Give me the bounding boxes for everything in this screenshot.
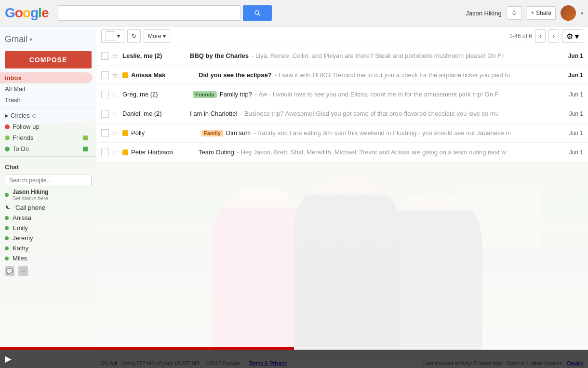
email-subject: Family trip? [220, 91, 252, 98]
label-dot [122, 150, 128, 155]
email-row[interactable]: ☆ Greg, me (2) Friends Family trip? - Aw… [96, 85, 588, 104]
avatar[interactable] [561, 5, 576, 21]
sidebar-item-friends[interactable]: Friends [0, 132, 93, 143]
avatar-dropdown-icon[interactable]: ▾ [581, 11, 583, 16]
chat-icon-1[interactable]: 💬 [5, 266, 14, 276]
email-subject-preview: I am in Charlotte! - Business trip? Awes… [190, 110, 564, 117]
prev-icon: ‹ [539, 33, 541, 40]
email-preview: - Hey Jason, Brett, Shal, Meredith, Mich… [237, 149, 506, 156]
chat-bottom-icons: 💬 ··· [0, 263, 96, 279]
user-name: Jason Hiking [466, 10, 501, 17]
email-date: Jun 1 [569, 110, 583, 117]
todo-label: To Do [13, 145, 29, 152]
video-progress-bar-fill [0, 347, 294, 350]
email-checkbox[interactable] [101, 71, 109, 79]
chat-user-jason[interactable]: Jason Hiking Set status here [0, 187, 96, 203]
email-subject-preview: Friends Family trip? - Aw - I would love… [193, 91, 564, 98]
email-list: ☆ Leslie, me (2) BBQ by the Charles - Li… [96, 46, 588, 358]
sidebar: Gmail ▾ COMPOSE Inbox All Mail Trash ▶ C… [0, 27, 96, 368]
sidebar-item-todo[interactable]: To Do [0, 143, 93, 154]
gmail-dropdown-icon[interactable]: ▾ [29, 36, 32, 43]
chat-user-miles[interactable]: Miles [0, 253, 96, 263]
refresh-button[interactable]: ↻ [127, 29, 141, 43]
jason-name: Jason Hiking [13, 189, 49, 195]
compose-button[interactable]: COMPOSE [5, 51, 92, 68]
email-row[interactable]: ☆ Polly Family Dim sum - Randy and I are… [96, 123, 588, 143]
email-checkbox[interactable] [101, 110, 109, 118]
jason-status: Set status here [13, 195, 49, 201]
email-subject: BBQ by the Charles [190, 52, 249, 59]
email-sender: Greg, me (2) [122, 91, 190, 98]
phone-icon [5, 204, 12, 211]
chat-user-anissa[interactable]: Anissa [0, 213, 96, 223]
email-sender: Polly [131, 129, 199, 136]
email-subject: Team Outing [199, 149, 234, 156]
select-all-button[interactable]: ▾ [101, 29, 124, 43]
email-row[interactable]: ☆ Anissa Mak Did you see the eclipse? - … [96, 66, 588, 85]
star-icon[interactable]: ☆ [112, 71, 120, 79]
email-checkbox[interactable] [101, 149, 109, 156]
chat-icon-2[interactable]: ··· [18, 266, 28, 276]
email-panel: ▾ ↻ More ▾ 1-46 of 6 ‹ › ⚙ ▾ [96, 27, 588, 368]
email-subject-preview: Team Outing - Hey Jason, Brett, Shal, Me… [199, 149, 564, 156]
jeremy-name: Jeremy [13, 234, 33, 242]
refresh-icon: ↻ [132, 33, 136, 40]
sidebar-item-all-mail[interactable]: All Mail [0, 83, 93, 95]
more-button[interactable]: More ▾ [144, 29, 170, 43]
email-checkbox[interactable] [101, 129, 109, 137]
chat-user-kathy[interactable]: Kathy [0, 243, 96, 253]
email-subject: I am in Charlotte! [190, 110, 238, 117]
star-icon[interactable]: ☆ [112, 52, 120, 60]
prev-page-button[interactable]: ‹ [535, 29, 546, 43]
google-logo: Google [5, 5, 48, 21]
search-button[interactable] [243, 5, 272, 21]
sidebar-item-inbox[interactable]: Inbox [0, 72, 93, 83]
search-icon [254, 10, 261, 16]
email-row[interactable]: ☆ Leslie, me (2) BBQ by the Charles - Li… [96, 46, 588, 66]
email-sender: Peter Harbison [131, 149, 199, 156]
more-label: More ▾ [148, 33, 166, 40]
email-row[interactable]: ☆ Peter Harbison Team Outing - Hey Jason… [96, 143, 588, 162]
star-icon[interactable]: ☆ [112, 129, 120, 137]
select-dropdown-icon[interactable]: ▾ [117, 33, 120, 40]
sidebar-item-circles[interactable]: ▶ Circles ⊙ [0, 110, 93, 121]
search-bar-container [58, 5, 289, 21]
chat-user-jeremy[interactable]: Jeremy [0, 233, 96, 243]
call-phone-item[interactable]: Call phone [0, 203, 96, 213]
jeremy-online-dot [5, 236, 9, 240]
star-icon[interactable]: ☆ [112, 149, 120, 156]
email-sender: Anissa Mak [131, 71, 199, 79]
email-row[interactable]: ☆ Daniel, me (2) I am in Charlotte! - Bu… [96, 104, 588, 123]
video-progress-bar-background[interactable] [0, 347, 588, 350]
kathy-online-dot [5, 246, 9, 250]
share-button[interactable]: + Share [527, 6, 556, 20]
sidebar-separator-1 [0, 108, 96, 108]
chat-user-emily[interactable]: Emily [0, 223, 96, 233]
email-subject-preview: BBQ by the Charles - Liya, Renee, Collin… [190, 52, 563, 59]
sidebar-item-trash[interactable]: Trash [0, 95, 93, 106]
todo-count-badge [83, 147, 88, 151]
email-toolbar: ▾ ↻ More ▾ 1-46 of 6 ‹ › ⚙ ▾ [96, 27, 588, 46]
email-subject: Did you see the eclipse? [199, 71, 272, 79]
main-layout: Gmail ▾ COMPOSE Inbox All Mail Trash ▶ C… [0, 27, 588, 368]
select-checkbox[interactable] [106, 31, 115, 41]
chat-search-input[interactable] [5, 175, 92, 186]
sidebar-item-follow-up[interactable]: Follow up [0, 121, 93, 132]
follow-up-label: Follow up [13, 123, 40, 130]
star-icon[interactable]: ☆ [112, 110, 120, 118]
play-button[interactable]: ▶ [5, 354, 12, 364]
settings-button[interactable]: ⚙ ▾ [562, 29, 583, 43]
friends-tag-badge: Friends [193, 91, 217, 98]
search-input[interactable] [58, 5, 241, 21]
email-checkbox[interactable] [101, 52, 109, 60]
email-date: Jun 1 [568, 72, 583, 79]
youtube-controls-bar: ▶ [0, 350, 588, 368]
anissa-online-dot [5, 216, 9, 220]
notifications-button[interactable]: 0 [507, 6, 522, 20]
star-icon[interactable]: ☆ [112, 91, 120, 98]
call-phone-label: Call phone [15, 204, 45, 211]
email-checkbox[interactable] [101, 91, 109, 98]
email-date: Jun 1 [569, 130, 583, 136]
follow-up-color-dot [5, 124, 10, 129]
next-page-button[interactable]: › [548, 29, 559, 43]
